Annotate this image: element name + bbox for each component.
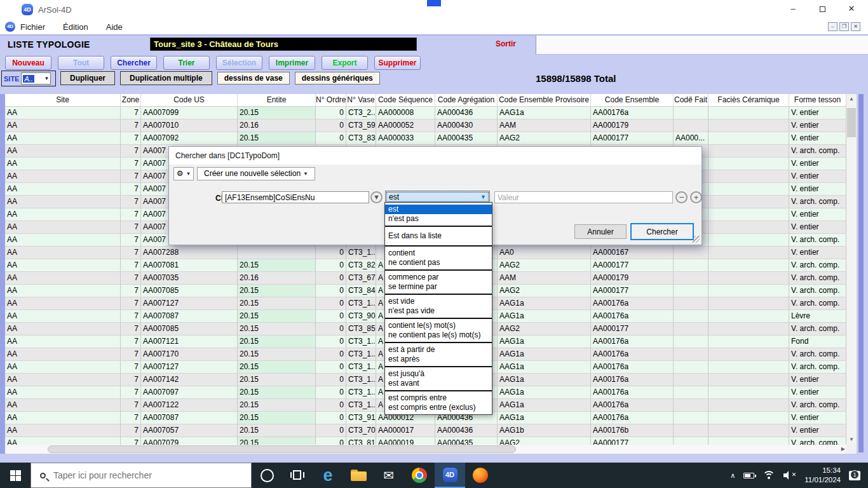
vertical-scroll-thumb[interactable] [847,108,856,137]
operator-option[interactable]: n'est pas vide [385,306,492,316]
table-row[interactable]: AA7AA00705720.150CT3_70AA000017AA000436A… [5,424,846,437]
start-button[interactable] [0,463,31,488]
taskbar-search-input[interactable] [53,470,225,480]
table-cell [674,285,709,297]
toolbar2-button-duplication-multiple[interactable]: Duplication multiple [120,71,212,85]
scroll-right-icon[interactable]: ▶ [841,445,845,454]
remove-criteria-button[interactable]: − [675,191,688,203]
table-row[interactable]: AA7AA00701020.160CT3_59AA000052AA000430A… [5,119,846,132]
value-input[interactable] [494,191,673,203]
table-cell: V. entier [789,170,846,183]
search-submit-button[interactable]: Chercher [630,223,694,240]
operator-option[interactable]: est avant [385,379,492,388]
toolbar-button-imprimer[interactable]: Imprimer [269,56,315,70]
table-cell: AA000177 [591,437,674,445]
minimize-button[interactable]: – [778,0,808,19]
fourd-app-button[interactable]: 4D [435,463,465,488]
cortana-button[interactable] [252,463,282,488]
horizontal-scroll-thumb[interactable] [48,445,516,453]
operator-option[interactable]: commence par [385,273,492,282]
operator-option[interactable]: n'est pas [385,214,492,224]
operator-option[interactable]: se termine par [385,282,492,292]
cancel-button[interactable]: Annuler [574,224,627,239]
column-header[interactable]: N° Vase [346,94,376,107]
edge-button[interactable]: e [313,463,343,488]
operator-option[interactable]: est jusqu'à [385,369,492,379]
table-cell: V. entier [789,183,846,196]
table-cell: AA007010 [141,119,238,132]
toolbar2-button-dessins-génériques[interactable]: dessins génériques [295,72,380,85]
table-row[interactable]: AA7AA00707920.150CT3_81AA000019AA000435A… [5,437,846,445]
toolbar-button-nouveau[interactable]: Nouveau [5,56,51,70]
operator-option[interactable]: est à partir de [385,345,492,355]
toolbar-button-chercher[interactable]: Chercher [111,56,157,70]
operator-option[interactable]: est compris entre [385,393,492,403]
table-row[interactable]: AA7AA00709220.150CT3_83AA000033AA000435A… [5,132,846,145]
operator-option[interactable]: ne contient pas [385,258,492,268]
column-header[interactable]: Entite [238,94,316,107]
toolbar-button-trier[interactable]: Trier [163,56,210,70]
column-header[interactable]: N° Ordre [316,94,346,107]
add-criteria-button[interactable]: + [690,191,702,203]
menu-item-aide[interactable]: Aide [106,22,123,32]
site-filter-combo[interactable]: SITE A.. ▼ [1,71,56,86]
resize-grip[interactable] [693,236,700,243]
horizontal-scrollbar[interactable]: ▶ [5,445,846,454]
tray-expand-icon[interactable]: ∧ [730,471,735,480]
volume-muted-icon[interactable]: ✕ [783,471,796,480]
gear-icon: ⚙ [177,169,184,178]
operator-combo[interactable]: est ▼ [385,191,490,203]
mdi-minimize-button[interactable]: – [828,22,837,31]
search-field-input[interactable] [222,191,369,203]
toolbar-button-export[interactable]: Export [322,56,368,70]
menu-item-édition[interactable]: Édition [63,22,88,32]
column-header[interactable]: Code Agrégation [435,94,498,107]
create-selection-button[interactable]: Créer une nouvelle sélection▼ [197,167,315,180]
operator-option[interactable]: ne contient pas le(s) mot(s) [385,330,492,340]
operator-option[interactable]: contient le(s) mot(s) [385,321,492,330]
mail-button[interactable]: ✉ [374,463,404,488]
mdi-restore-button[interactable]: ❐ [839,22,849,31]
vertical-scrollbar[interactable]: ▲ ▼ [846,94,857,445]
wifi-icon[interactable] [763,471,775,480]
table-row[interactable]: AA7AA00709920.150CT3_2...AA000008AA00043… [5,107,846,119]
operator-option[interactable]: Est dans la liste [385,231,492,241]
operator-option[interactable]: est compris entre (exclus) [385,403,492,412]
toolbar2-button-dupliquer[interactable]: Dupliquer [60,71,115,85]
chrome-button[interactable] [404,463,435,488]
column-header[interactable]: Code Séquence [376,94,435,107]
site-combo-value[interactable]: A.. ▼ [21,72,51,85]
toolbar-button-supprimer[interactable]: Supprimer [374,56,421,70]
column-header[interactable]: Code Fait∨ [674,94,709,107]
gear-button[interactable]: ⚙▼ [173,167,194,180]
operator-option[interactable]: est [385,205,492,214]
operator-option[interactable]: est vide [385,297,492,306]
toolbar2-button-dessins-de-vase[interactable]: dessins de vase [217,72,290,85]
table-cell: AA [5,374,121,386]
column-header[interactable]: Faciès Céramique [709,94,789,107]
column-header[interactable]: Code Ensemble [591,94,674,107]
mdi-close-button[interactable]: ✕ [851,22,860,31]
taskbar-search[interactable] [31,463,252,488]
scroll-up-icon[interactable]: ▲ [846,94,857,104]
field-picker-button[interactable]: ▼ [370,191,383,203]
action-center-icon[interactable]: 1 [849,471,860,480]
column-header[interactable]: Site [5,94,121,107]
column-header[interactable]: Code Ensemble Provisoire [498,94,591,107]
clock[interactable]: 15:34 11/01/2024 [804,466,841,485]
battery-icon[interactable] [743,473,754,478]
sortir-button[interactable]: Sortir [496,39,516,48]
site-label: SITE [4,75,19,83]
close-button[interactable]: ✕ [837,0,866,19]
operator-option[interactable]: contient [385,248,492,258]
scroll-down-icon[interactable]: ▼ [846,435,857,445]
column-header[interactable]: Forme tesson [789,94,846,107]
column-header[interactable]: Code US [141,94,238,107]
file-explorer-button[interactable] [343,463,374,488]
maximize-button[interactable] [808,0,837,19]
menu-item-fichier[interactable]: Fichier [20,22,45,32]
firefox-button[interactable] [465,463,496,488]
column-header[interactable]: Zone [121,94,141,107]
operator-option[interactable]: est après [385,355,492,364]
task-view-button[interactable] [282,463,313,488]
